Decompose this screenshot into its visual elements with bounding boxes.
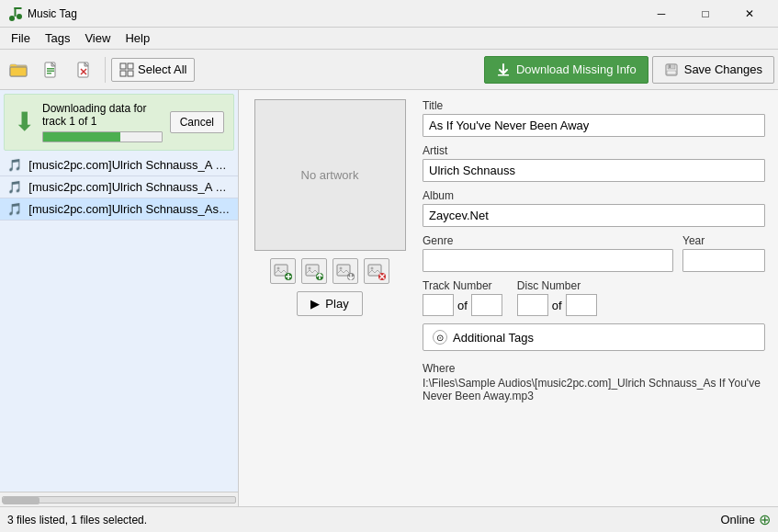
- play-button[interactable]: ▶ Play: [297, 291, 362, 316]
- svg-rect-15: [120, 71, 126, 76]
- menu-help[interactable]: Help: [118, 28, 157, 49]
- disc-number-input[interactable]: [517, 294, 548, 316]
- svg-rect-14: [128, 63, 133, 69]
- track-number-inputs: of: [423, 294, 502, 316]
- genre-year-row: Genre Year: [423, 234, 765, 272]
- save-changes-label: Save Changes: [684, 62, 762, 76]
- track-number-label: Track Number: [423, 279, 502, 292]
- where-label: Where: [423, 362, 765, 375]
- toolbar: Select All Download Missing Info Save Ch…: [0, 50, 778, 90]
- track-number-input[interactable]: [423, 294, 454, 316]
- disc-of-label: of: [552, 299, 562, 312]
- disc-number-label: Disc Number: [517, 279, 597, 292]
- menu-bar: File Tags View Help: [0, 28, 778, 50]
- year-label: Year: [682, 234, 765, 247]
- play-icon: ▶: [310, 297, 320, 311]
- maximize-button[interactable]: □: [684, 0, 727, 28]
- file-icon: 🎵: [7, 158, 22, 172]
- file-list[interactable]: 🎵 [music2pc.com]Ulrich Schnauss_A Millio…: [0, 154, 238, 492]
- album-group: Album: [423, 189, 765, 227]
- menu-tags[interactable]: Tags: [38, 28, 77, 49]
- download-label: Download Missing Info: [516, 62, 637, 76]
- app-icon: [7, 6, 22, 21]
- svg-rect-16: [128, 71, 133, 76]
- artwork-remove-button[interactable]: [364, 258, 389, 284]
- download-arrow-icon: ⬇: [14, 109, 35, 135]
- where-section: Where I:\Files\Sample Audios\[music2pc.c…: [423, 362, 765, 402]
- svg-rect-22: [275, 265, 288, 276]
- additional-tags-chevron-icon: ⊙: [433, 330, 447, 345]
- app-title: Music Tag: [28, 7, 77, 20]
- open-file-button[interactable]: [37, 55, 66, 85]
- title-input[interactable]: [423, 114, 765, 137]
- svg-rect-19: [668, 64, 675, 69]
- online-icon: ⊕: [759, 511, 771, 528]
- file-item-name: [music2pc.com]Ulrich Schnauss_A Million.…: [28, 158, 238, 172]
- artist-label: Artist: [423, 144, 765, 157]
- svg-rect-21: [667, 71, 676, 74]
- svg-rect-7: [47, 68, 54, 70]
- main-content: ⬇ Downloading data for track 1 of 1 Canc…: [0, 90, 778, 506]
- genre-input[interactable]: [423, 249, 673, 272]
- status-text: 3 files listed, 1 files selected.: [7, 514, 147, 526]
- file-icon: 🎵: [7, 202, 22, 216]
- select-all-label: Select All: [138, 62, 186, 76]
- album-input[interactable]: [423, 204, 765, 227]
- open-folder-button[interactable]: [4, 55, 33, 85]
- file-item-name: [music2pc.com]Ulrich Schnauss_A Song A..…: [28, 180, 238, 194]
- svg-rect-30: [337, 265, 350, 276]
- disc-number-inputs: of: [517, 294, 597, 316]
- svg-point-31: [340, 267, 343, 270]
- track-of-input[interactable]: [471, 294, 502, 316]
- close-file-button[interactable]: [70, 55, 99, 85]
- menu-file[interactable]: File: [4, 28, 38, 49]
- artwork-add-web-button[interactable]: [270, 258, 296, 284]
- title-bar-controls: ─ □ ✕: [640, 0, 771, 28]
- progress-text: Downloading data for track 1 of 1: [42, 102, 163, 128]
- track-of-label: of: [457, 299, 468, 312]
- status-bar: 3 files listed, 1 files selected. Online…: [0, 506, 778, 532]
- genre-label: Genre: [423, 234, 673, 247]
- svg-point-1: [17, 14, 22, 19]
- disc-of-input[interactable]: [566, 294, 597, 316]
- additional-tags-section[interactable]: ⊙ Additional Tags: [423, 323, 765, 351]
- file-item[interactable]: 🎵 [music2pc.com]Ulrich Schnauss_A Millio…: [0, 154, 238, 176]
- where-path: I:\Files\Sample Audios\[music2pc.com]_Ul…: [423, 377, 765, 402]
- track-disc-row: Track Number of Disc Number of: [423, 279, 765, 316]
- progress-bar-container: [42, 131, 163, 142]
- save-changes-button[interactable]: Save Changes: [652, 56, 774, 84]
- svg-rect-13: [120, 63, 126, 69]
- title-bar: Music Tag ─ □ ✕: [0, 0, 778, 28]
- menu-view[interactable]: View: [77, 28, 118, 49]
- svg-point-28: [309, 267, 311, 270]
- play-label: Play: [325, 297, 348, 311]
- cancel-button[interactable]: Cancel: [170, 111, 224, 133]
- year-input[interactable]: [682, 249, 765, 272]
- close-button[interactable]: ✕: [728, 0, 771, 28]
- file-item[interactable]: 🎵 [music2pc.com]Ulrich Schnauss_A Song A…: [0, 176, 238, 198]
- right-panel: No artwork: [239, 90, 778, 506]
- artwork-box: No artwork: [254, 99, 406, 251]
- select-all-button[interactable]: Select All: [111, 58, 195, 82]
- download-missing-info-button[interactable]: Download Missing Info: [484, 56, 648, 84]
- left-panel: ⬇ Downloading data for track 1 of 1 Canc…: [0, 90, 239, 506]
- progress-area: ⬇ Downloading data for track 1 of 1 Canc…: [4, 94, 234, 151]
- artwork-add-file-button[interactable]: [301, 258, 327, 284]
- file-item-selected[interactable]: 🎵 [music2pc.com]Ulrich Schnauss_As If Yo…: [0, 198, 238, 221]
- svg-point-34: [371, 267, 374, 270]
- toolbar-separator: [105, 57, 106, 83]
- artist-group: Artist: [423, 144, 765, 182]
- artwork-area: No artwork: [252, 99, 408, 497]
- additional-tags-label: Additional Tags: [453, 331, 534, 345]
- progress-content: Downloading data for track 1 of 1: [42, 102, 163, 142]
- artist-input[interactable]: [423, 159, 765, 182]
- file-icon: 🎵: [7, 180, 22, 194]
- left-panel-scrollbar[interactable]: [0, 492, 238, 506]
- artwork-export-button[interactable]: [333, 258, 358, 284]
- artwork-tools: [270, 258, 389, 284]
- album-label: Album: [423, 189, 765, 202]
- minimize-button[interactable]: ─: [640, 0, 682, 28]
- svg-rect-33: [368, 265, 381, 276]
- online-label: Online: [720, 513, 755, 526]
- svg-rect-9: [47, 73, 51, 74]
